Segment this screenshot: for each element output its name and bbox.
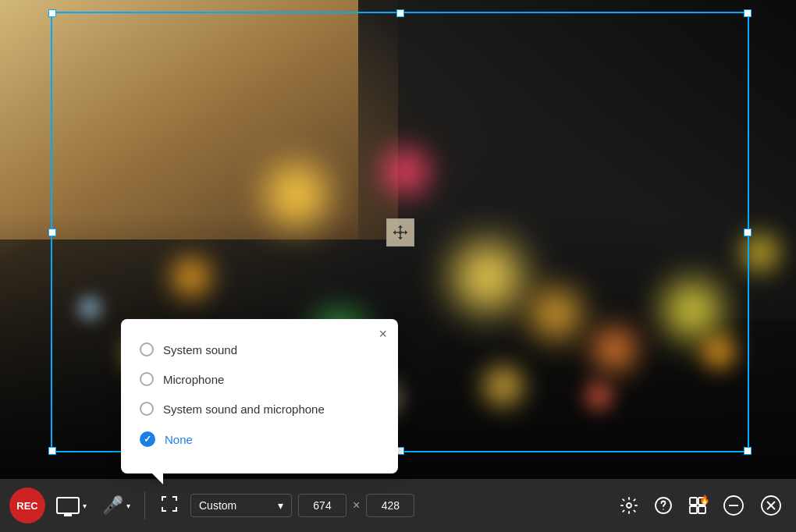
radio-microphone: [140, 372, 154, 386]
size-preset-dropdown[interactable]: Custom ▾: [190, 494, 292, 517]
screen-chevron-icon: ▾: [83, 502, 87, 510]
screen-selector-button[interactable]: ▾: [52, 494, 91, 517]
svg-point-3: [627, 503, 631, 508]
audio-option-none[interactable]: None: [140, 424, 379, 455]
audio-option-microphone[interactable]: Microphone: [140, 364, 379, 394]
svg-rect-8: [690, 506, 697, 513]
audio-option-system-and-mic-label: System sound and microphone: [163, 403, 325, 416]
toolbar: REC ▾ 🎤 ▾ Custom ▾ ×: [0, 479, 796, 532]
audio-option-none-label: None: [165, 433, 193, 446]
svg-rect-9: [698, 506, 705, 513]
layout-button[interactable]: 🔥: [684, 493, 712, 518]
svg-rect-6: [690, 498, 697, 505]
toolbar-divider-1: [144, 491, 145, 520]
settings-button[interactable]: [615, 493, 643, 518]
check-none: [140, 431, 155, 447]
audio-option-microphone-label: Microphone: [163, 373, 224, 386]
width-input[interactable]: [298, 494, 346, 517]
popup-close-button[interactable]: ×: [378, 327, 387, 341]
radio-system-sound: [140, 342, 154, 356]
audio-option-system-sound-label: System sound: [163, 343, 237, 356]
svg-point-5: [663, 509, 664, 510]
audio-option-system-and-mic[interactable]: System sound and microphone: [140, 394, 379, 424]
microphone-button[interactable]: 🎤 ▾: [98, 492, 135, 519]
height-input[interactable]: [366, 494, 414, 517]
audio-option-system-sound[interactable]: System sound: [140, 335, 379, 364]
rec-button[interactable]: REC: [9, 488, 45, 523]
minimize-button[interactable]: [718, 491, 749, 520]
fullscreen-button[interactable]: [155, 492, 184, 520]
screen-icon: [56, 497, 80, 514]
dimension-separator: ×: [353, 498, 360, 512]
mic-chevron-icon: ▾: [126, 502, 130, 510]
size-dropdown-chevron-icon: ▾: [278, 499, 283, 512]
audio-popup: × System sound Microphone System sound a…: [121, 319, 398, 473]
close-button[interactable]: [755, 491, 787, 520]
fire-badge: 🔥: [699, 495, 710, 505]
microphone-icon: 🎤: [102, 495, 123, 516]
help-button[interactable]: [649, 493, 677, 518]
size-preset-label: Custom: [199, 499, 236, 512]
background-scene: [0, 0, 796, 532]
radio-system-and-mic: [140, 402, 154, 416]
